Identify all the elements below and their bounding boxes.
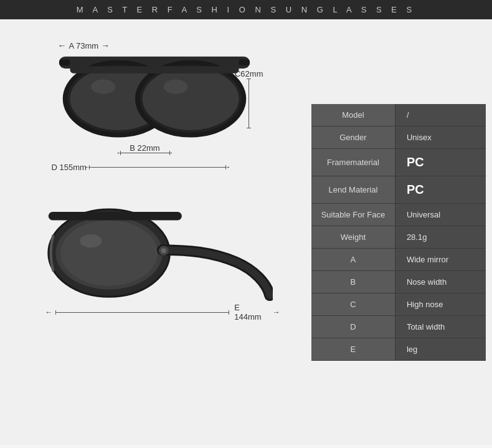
table-row: DTotal width — [311, 315, 486, 338]
table-row: Weight28.1g — [311, 226, 486, 248]
spec-value: Total width — [395, 315, 486, 338]
arrow-e-right: → — [273, 308, 280, 317]
table-row: BNose width — [311, 270, 486, 293]
svg-point-18 — [161, 248, 166, 253]
table-row: FramematerialPC — [311, 148, 486, 176]
svg-rect-16 — [48, 212, 181, 221]
header-title: M A S T E R F A S H I O N S U N G L A S … — [77, 5, 415, 14]
table-row: Suitable For FaceUniversal — [311, 203, 486, 226]
arrow-e-left: ← — [45, 308, 53, 317]
spec-label: Model — [311, 104, 395, 126]
spec-label: Suitable For Face — [311, 203, 395, 226]
svg-point-14 — [60, 221, 158, 286]
spec-value: leg — [395, 338, 486, 360]
header-bar: M A S T E R F A S H I O N S U N G L A S … — [0, 0, 492, 19]
right-panel: Model/GenderUnisexFramematerialPCLend Ma… — [308, 19, 492, 445]
svg-rect-1 — [59, 60, 69, 66]
dim-e-line — [55, 312, 230, 313]
table-row: Model/ — [311, 104, 486, 126]
spec-value: Unisex — [395, 126, 486, 148]
spec-value: Wide mirror — [395, 248, 486, 270]
svg-point-15 — [80, 234, 102, 247]
dim-b-line: ← → — [120, 153, 170, 153]
main-content: ← A 73mm → C62mm — [0, 19, 492, 445]
svg-rect-2 — [239, 60, 249, 66]
dimension-b: B 22mm ← → — [120, 143, 170, 153]
spec-value: High nose — [395, 293, 486, 315]
dimension-e: ← E 144mm → — [45, 303, 280, 322]
table-row: CHigh nose — [311, 293, 486, 315]
dimension-a: ← A 73mm → — [58, 41, 110, 50]
spec-value: / — [395, 104, 486, 126]
dimension-d: D 155mm ← → — [52, 163, 226, 172]
spec-label: Lend Material — [311, 176, 395, 203]
dim-e-label: E 144mm — [234, 303, 268, 322]
spec-value: PC — [395, 148, 486, 176]
dim-b-label: B 22mm — [130, 143, 159, 153]
spec-value: 28.1g — [395, 226, 486, 248]
spec-value: PC — [395, 176, 486, 203]
table-row: AWide mirror — [311, 248, 486, 270]
spec-label: A — [311, 248, 395, 270]
svg-point-5 — [91, 80, 115, 94]
table-row: Lend MaterialPC — [311, 176, 486, 203]
spec-label: D — [311, 315, 395, 338]
spec-label: E — [311, 338, 395, 360]
spec-label: Gender — [311, 126, 395, 148]
spec-label: C — [311, 293, 395, 315]
svg-point-10 — [163, 80, 187, 94]
dim-d-line: ← → — [89, 167, 226, 168]
spec-value: Nose width — [395, 270, 486, 293]
svg-rect-11 — [70, 66, 239, 74]
arrow-right-icon: → — [101, 41, 110, 50]
dim-a-label: A 73mm — [69, 41, 99, 50]
spec-value: Universal — [395, 203, 486, 226]
svg-point-9 — [142, 67, 239, 130]
table-row: GenderUnisex — [311, 126, 486, 148]
specs-table: Model/GenderUnisexFramematerialPCLend Ma… — [311, 104, 486, 361]
spec-label: Framematerial — [311, 148, 395, 176]
dim-d-label: D 155mm — [52, 163, 87, 172]
front-view-container: ← A 73mm → C62mm — [39, 32, 276, 188]
spec-label: Weight — [311, 226, 395, 248]
left-panel: ← A 73mm → C62mm — [0, 19, 308, 445]
sunglasses-front-svg — [58, 50, 251, 147]
spec-label: B — [311, 270, 395, 293]
arrow-left-icon: ← — [58, 41, 67, 50]
table-row: Eleg — [311, 338, 486, 360]
sunglasses-side-svg — [42, 197, 273, 315]
side-view-container: ← E 144mm → — [39, 194, 276, 331]
